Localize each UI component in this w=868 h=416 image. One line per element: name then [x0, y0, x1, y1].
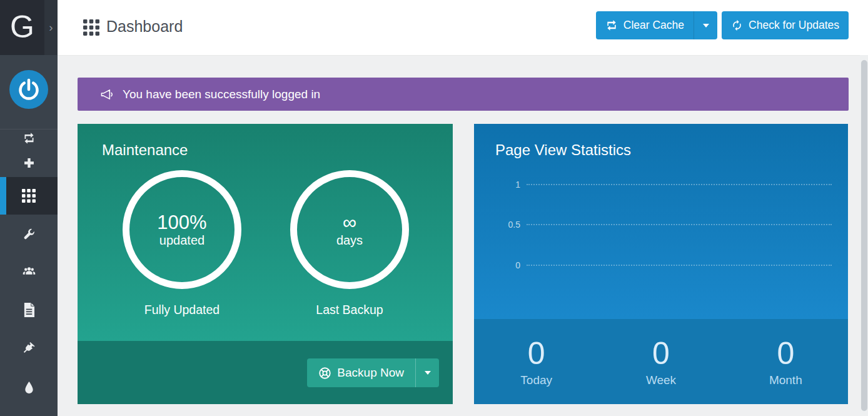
- updated-circle: 100% updated: [123, 170, 241, 289]
- stat-today: 0 Today: [474, 338, 598, 387]
- dotted-gridline: [527, 184, 832, 185]
- sidebar-item-sync[interactable]: [0, 126, 58, 151]
- app-logo-letter: G: [10, 11, 34, 43]
- backup-value: ∞: [343, 211, 356, 234]
- sidebar-item-pages[interactable]: [0, 297, 58, 322]
- header-actions: Clear Cache Check for Updates: [596, 11, 849, 39]
- scrollbar-track[interactable]: [860, 55, 868, 416]
- clear-cache-split-button: Clear Cache: [596, 11, 717, 39]
- life-ring-icon: [318, 367, 331, 380]
- notification-message: You have been successfully logged in: [123, 88, 320, 101]
- droplet-icon: [24, 382, 34, 394]
- sidebar-item-theme[interactable]: [0, 222, 58, 247]
- file-icon: [23, 303, 35, 317]
- wrench-icon: [22, 228, 36, 241]
- check-updates-button[interactable]: Check for Updates: [722, 11, 849, 39]
- stat-today-label: Today: [520, 373, 552, 387]
- scrollbar-thumb[interactable]: [861, 60, 867, 411]
- y-tick-05: 0.5: [492, 220, 527, 230]
- maintenance-panel: Maintenance 100% updated ∞ days Fully Up…: [78, 124, 453, 404]
- backup-now-label: Backup Now: [337, 366, 404, 380]
- statistics-summary: 0 Today 0 Week 0 Month: [474, 319, 848, 404]
- statistics-title: Page View Statistics: [495, 141, 631, 159]
- stat-month: 0 Month: [724, 338, 848, 387]
- backup-now-split-button: Backup Now: [307, 358, 439, 387]
- clear-cache-dropdown-toggle[interactable]: [694, 11, 717, 39]
- sidebar-item-users[interactable]: [0, 260, 58, 285]
- dotted-gridline: [527, 265, 832, 266]
- page-title: Dashboard: [106, 18, 183, 36]
- updated-caption: updated: [159, 233, 204, 248]
- updated-circle-label: Fully Updated: [123, 303, 241, 317]
- plug-icon: [22, 341, 36, 355]
- chevron-right-icon: ›: [49, 21, 53, 34]
- stat-month-value: 0: [777, 338, 794, 369]
- megaphone-icon: [100, 88, 114, 101]
- maintenance-title: Maintenance: [102, 141, 188, 159]
- stat-week: 0 Week: [598, 338, 723, 387]
- dotted-gridline: [527, 224, 832, 225]
- app-logo[interactable]: G: [0, 0, 44, 55]
- power-icon: [18, 78, 40, 101]
- retweet-icon: [605, 20, 618, 31]
- gridline-0: 0: [492, 261, 832, 270]
- sidebar-item-add[interactable]: [0, 150, 58, 175]
- stat-month-label: Month: [769, 373, 802, 387]
- backup-caption: days: [336, 233, 363, 248]
- backup-circle: ∞ days: [290, 170, 409, 289]
- backup-dropdown-toggle[interactable]: [415, 358, 439, 387]
- dashboard-grid-icon: [83, 19, 99, 36]
- maintenance-footer: Backup Now: [78, 341, 453, 404]
- backup-circle-label: Last Backup: [290, 303, 409, 317]
- grid-icon: [22, 189, 36, 203]
- clear-cache-button[interactable]: Clear Cache: [596, 11, 694, 39]
- users-icon: [22, 266, 36, 278]
- maintenance-body: Maintenance 100% updated ∞ days Fully Up…: [78, 124, 453, 341]
- statistics-panel: Page View Statistics 1 0.5 0 0 Today 0 W…: [474, 124, 848, 404]
- gridline-05: 0.5: [492, 220, 832, 229]
- check-updates-label: Check for Updates: [749, 19, 839, 32]
- caret-down-icon: [703, 24, 709, 28]
- backup-now-button[interactable]: Backup Now: [307, 358, 415, 387]
- statistics-chart: Page View Statistics 1 0.5 0: [474, 124, 848, 319]
- sidebar-expand-toggle[interactable]: ›: [44, 0, 58, 55]
- y-tick-0: 0: [492, 260, 527, 270]
- clear-cache-label: Clear Cache: [623, 19, 684, 32]
- stat-week-label: Week: [646, 373, 676, 387]
- stat-today-value: 0: [528, 338, 545, 369]
- y-tick-1: 1: [492, 180, 527, 190]
- retweet-icon: [23, 133, 36, 144]
- sidebar-item-dashboard[interactable]: [0, 177, 58, 215]
- stat-week-value: 0: [652, 338, 670, 369]
- updated-value: 100%: [157, 211, 206, 234]
- refresh-icon: [731, 19, 743, 31]
- gridline-1: 1: [492, 180, 832, 189]
- notification-banner: You have been successfully logged in: [78, 78, 849, 111]
- sidebar-item-backups[interactable]: [0, 375, 58, 400]
- plus-icon: [23, 156, 36, 170]
- caret-down-icon: [425, 371, 431, 375]
- sidebar-item-plugins[interactable]: [0, 335, 58, 360]
- power-logo[interactable]: [9, 70, 48, 109]
